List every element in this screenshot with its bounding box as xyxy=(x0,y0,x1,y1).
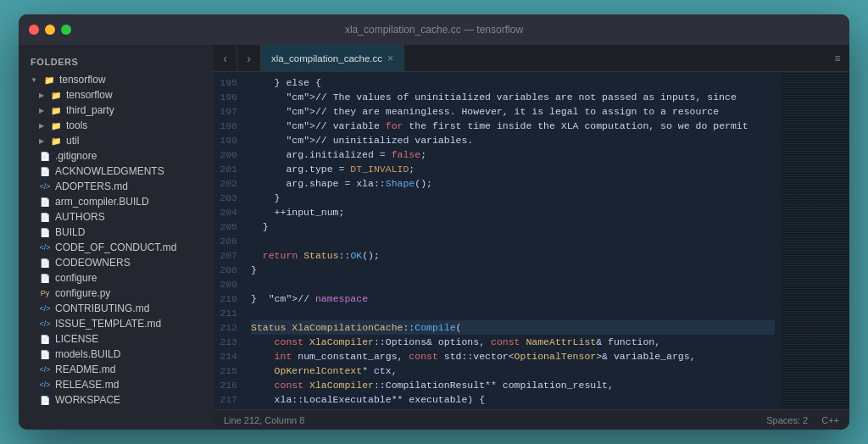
item-label: CODEOWNERS xyxy=(55,257,202,269)
sidebar-item-acknowledgments[interactable]: 📄 ACKNOWLEDGMENTS xyxy=(19,164,214,179)
window-title: xla_compilation_cache.cc — tensorflow xyxy=(345,24,523,36)
sidebar-item-gitignore[interactable]: 📄 .gitignore xyxy=(19,148,214,164)
root-folder-label: tensorflow xyxy=(59,74,202,86)
folder-icon: 📁 xyxy=(50,104,62,116)
sidebar-item-root[interactable]: ▼ 📁 tensorflow xyxy=(19,72,214,87)
sidebar-item-configure[interactable]: 📄 configure xyxy=(19,270,214,286)
folder-icon: 📁 xyxy=(50,119,62,131)
line-numbers: 1951961971981992002012022032042052062072… xyxy=(214,72,244,409)
tab-label: xla_compilation_cache.cc xyxy=(271,53,382,64)
folder-icon: 📁 xyxy=(50,89,62,101)
item-label: BUILD xyxy=(55,226,202,238)
sidebar-item-configure-py[interactable]: Py configure.py xyxy=(19,286,214,301)
item-label: LICENSE xyxy=(55,333,202,345)
file-icon: 📄 xyxy=(39,165,51,177)
item-label: third_party xyxy=(66,104,202,116)
nav-back-button[interactable]: ‹ xyxy=(214,45,237,71)
file-icon: 📄 xyxy=(39,257,51,269)
titlebar: xla_compilation_cache.cc — tensorflow xyxy=(19,14,849,45)
sidebar-item-adopters[interactable]: </> ADOPTERS.md xyxy=(19,179,214,194)
md-icon: </> xyxy=(39,318,51,330)
item-label: AUTHORS xyxy=(55,211,202,223)
sidebar-item-code-of-conduct[interactable]: </> CODE_OF_CONDUCT.md xyxy=(19,240,214,255)
sidebar-item-models-build[interactable]: 📄 models.BUILD xyxy=(19,347,214,362)
item-label: .gitignore xyxy=(55,150,202,162)
minimap xyxy=(782,72,849,409)
status-bar: Line 212, Column 8 Spaces: 2 C++ xyxy=(214,409,849,430)
sidebar-item-build[interactable]: 📄 BUILD xyxy=(19,225,214,240)
active-tab[interactable]: xla_compilation_cache.cc × xyxy=(261,45,404,71)
sidebar-item-arm-compiler[interactable]: 📄 arm_compiler.BUILD xyxy=(19,194,214,209)
filter-button[interactable]: ≡ xyxy=(826,45,849,71)
tab-close-button[interactable]: × xyxy=(387,53,393,64)
item-label: CONTRIBUTING.md xyxy=(55,302,202,314)
sidebar-item-release[interactable]: </> RELEASE.md xyxy=(19,377,214,392)
item-label: tools xyxy=(66,119,202,131)
md-icon: </> xyxy=(39,180,51,192)
md-icon: </> xyxy=(39,364,51,375)
folder-arrow-icon: ▶ xyxy=(39,122,44,130)
sidebar-item-license[interactable]: 📄 LICENSE xyxy=(19,331,214,347)
close-button[interactable] xyxy=(29,25,39,35)
item-label: models.BUILD xyxy=(55,348,202,360)
app-window: xla_compilation_cache.cc — tensorflow FO… xyxy=(19,14,849,430)
file-icon: 📄 xyxy=(39,150,51,162)
status-right: Spaces: 2 C++ xyxy=(766,415,839,425)
folder-arrow-icon: ▶ xyxy=(39,107,44,114)
sidebar: FOLDERS ▼ 📁 tensorflow ▶ 📁 tensorflow ▶ … xyxy=(19,45,214,430)
status-left: Line 212, Column 8 xyxy=(224,415,304,425)
item-label: ADOPTERS.md xyxy=(55,180,202,192)
minimap-content xyxy=(782,72,849,409)
sidebar-item-tools[interactable]: ▶ 📁 tools xyxy=(19,118,214,133)
sidebar-item-third-party[interactable]: ▶ 📁 third_party xyxy=(19,103,214,118)
code-content[interactable]: } else { "cm">// The values of uninitial… xyxy=(244,72,782,409)
file-icon: 📄 xyxy=(39,211,51,223)
sidebar-item-issue-template[interactable]: </> ISSUE_TEMPLATE.md xyxy=(19,316,214,331)
item-label: WORKSPACE xyxy=(55,394,202,406)
md-icon: </> xyxy=(39,302,51,314)
folder-arrow-icon: ▶ xyxy=(39,137,44,145)
file-icon: 📄 xyxy=(39,272,51,284)
item-label: configure xyxy=(55,272,202,284)
sidebar-item-workspace[interactable]: 📄 WORKSPACE xyxy=(19,392,214,408)
folder-arrow-icon: ▼ xyxy=(31,76,37,84)
item-label: util xyxy=(66,135,202,147)
sidebar-item-codeowners[interactable]: 📄 CODEOWNERS xyxy=(19,255,214,270)
file-icon: 📄 xyxy=(39,348,51,360)
item-label: tensorflow xyxy=(66,89,202,101)
item-label: README.md xyxy=(55,364,202,375)
maximize-button[interactable] xyxy=(61,25,71,35)
item-label: configure.py xyxy=(55,287,202,299)
traffic-lights xyxy=(29,25,71,35)
item-label: ACKNOWLEDGMENTS xyxy=(55,165,202,177)
sidebar-item-util[interactable]: ▶ 📁 util xyxy=(19,133,214,148)
sidebar-item-tensorflow-sub[interactable]: ▶ 📁 tensorflow xyxy=(19,87,214,103)
folders-header: FOLDERS xyxy=(19,52,214,72)
tab-bar: ‹ › xla_compilation_cache.cc × ≡ xyxy=(214,45,849,72)
code-area: 1951961971981992002012022032042052062072… xyxy=(214,72,849,409)
spaces-indicator: Spaces: 2 xyxy=(766,415,808,425)
item-label: CODE_OF_CONDUCT.md xyxy=(55,241,202,253)
editor-area: ‹ › xla_compilation_cache.cc × ≡ 1951961… xyxy=(214,45,849,430)
item-label: ISSUE_TEMPLATE.md xyxy=(55,318,202,330)
file-icon: 📄 xyxy=(39,394,51,406)
item-label: RELEASE.md xyxy=(55,379,202,391)
minimize-button[interactable] xyxy=(45,25,55,35)
folder-icon: 📁 xyxy=(50,135,62,147)
md-icon: </> xyxy=(39,241,51,253)
nav-forward-button[interactable]: › xyxy=(237,45,261,71)
file-icon: 📄 xyxy=(39,226,51,238)
main-content: FOLDERS ▼ 📁 tensorflow ▶ 📁 tensorflow ▶ … xyxy=(19,45,849,430)
folder-icon: 📁 xyxy=(43,74,55,86)
sidebar-item-authors[interactable]: 📄 AUTHORS xyxy=(19,209,214,225)
item-label: arm_compiler.BUILD xyxy=(55,196,202,208)
md-icon: </> xyxy=(39,379,51,391)
file-icon: 📄 xyxy=(39,333,51,345)
cursor-position: Line 212, Column 8 xyxy=(224,415,304,425)
py-icon: Py xyxy=(39,287,51,299)
sidebar-item-readme[interactable]: </> README.md xyxy=(19,362,214,377)
language-indicator: C++ xyxy=(821,415,839,425)
folder-arrow-icon: ▶ xyxy=(39,92,44,99)
file-icon: 📄 xyxy=(39,196,51,208)
sidebar-item-contributing[interactable]: </> CONTRIBUTING.md xyxy=(19,301,214,316)
